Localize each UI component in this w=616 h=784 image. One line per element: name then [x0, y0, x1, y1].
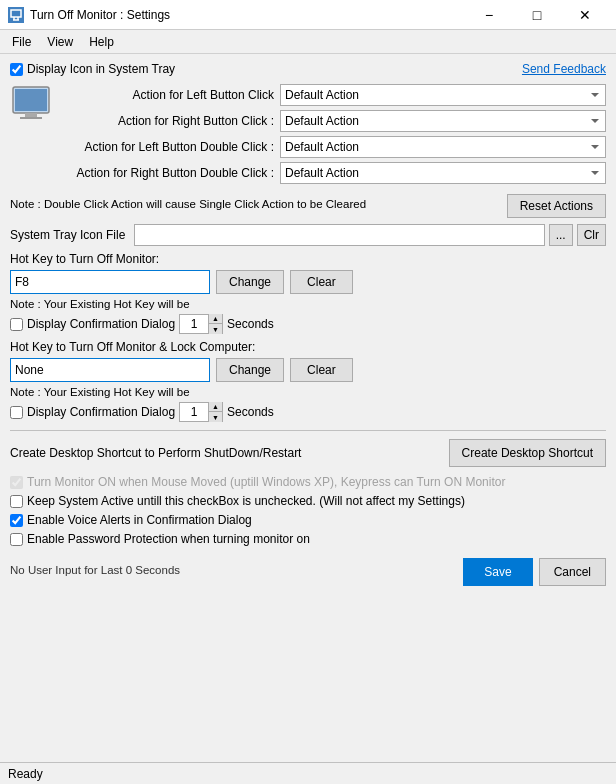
right-double-label: Action for Right Button Double Click :: [60, 166, 280, 180]
icon-actions-section: Action for Left Button Click Default Act…: [10, 84, 606, 188]
hotkey2-input[interactable]: [10, 358, 210, 382]
hotkey2-confirm-row: Display Confirmation Dialog ▲ ▼ Seconds: [10, 402, 606, 422]
tray-icon-input[interactable]: [134, 224, 545, 246]
hotkey1-clear-button[interactable]: Clear: [290, 270, 353, 294]
left-double-row: Action for Left Button Double Click : De…: [60, 136, 606, 158]
top-row: Display Icon in System Tray Send Feedbac…: [10, 62, 606, 76]
menu-help[interactable]: Help: [81, 33, 122, 51]
monitor-icon-graphic: [10, 84, 52, 126]
turn-on-monitor-label: Turn Monitor ON when Mouse Moved (uptill…: [27, 475, 505, 489]
hotkey2-change-button[interactable]: Change: [216, 358, 284, 382]
main-content: Display Icon in System Tray Send Feedbac…: [0, 54, 616, 760]
right-click-row: Action for Right Button Click : Default …: [60, 110, 606, 132]
display-icon-label: Display Icon in System Tray: [27, 62, 175, 76]
app-icon: [8, 7, 24, 23]
window-title: Turn Off Monitor : Settings: [30, 8, 466, 22]
tray-icon-label: System Tray Icon File: [10, 228, 130, 242]
save-cancel-buttons: Save Cancel: [463, 558, 606, 586]
hotkey1-seconds-spinner: ▲ ▼: [179, 314, 223, 334]
hotkey1-note: Note : Your Existing Hot Key will be: [10, 298, 606, 310]
shortcut-row: Create Desktop Shortcut to Perform ShutD…: [10, 439, 606, 467]
menu-file[interactable]: File: [4, 33, 39, 51]
keep-active-checkbox[interactable]: [10, 495, 23, 508]
hotkey1-label: Hot Key to Turn Off Monitor:: [10, 252, 606, 266]
tray-icon-clear-button[interactable]: Clr: [577, 224, 606, 246]
hotkey1-seconds-label: Seconds: [227, 317, 274, 331]
keep-active-label: Keep System Active untill this checkBox …: [27, 494, 465, 508]
hotkey2-confirm-checkbox[interactable]: [10, 406, 23, 419]
left-click-label: Action for Left Button Click: [60, 88, 280, 102]
password-checkbox[interactable]: [10, 533, 23, 546]
hotkey2-section: Hot Key to Turn Off Monitor & Lock Compu…: [10, 340, 606, 422]
hotkey2-note: Note : Your Existing Hot Key will be: [10, 386, 606, 398]
menu-view[interactable]: View: [39, 33, 81, 51]
tray-icon-row: System Tray Icon File ... Clr: [10, 224, 606, 246]
minimize-button[interactable]: −: [466, 0, 512, 30]
right-click-label: Action for Right Button Click :: [60, 114, 280, 128]
right-click-dropdown[interactable]: Default Action: [280, 110, 606, 132]
left-double-dropdown[interactable]: Default Action: [280, 136, 606, 158]
send-feedback-link[interactable]: Send Feedback: [522, 62, 606, 76]
turn-on-monitor-checkbox[interactable]: [10, 476, 23, 489]
hotkey1-change-button[interactable]: Change: [216, 270, 284, 294]
password-label: Enable Password Protection when turning …: [27, 532, 310, 546]
hotkey2-confirm-label: Display Confirmation Dialog: [27, 405, 175, 419]
tray-icon-browse-button[interactable]: ...: [549, 224, 573, 246]
actions-dropdowns: Action for Left Button Click Default Act…: [60, 84, 606, 188]
svg-rect-7: [20, 117, 42, 119]
status-bar: Ready: [0, 762, 616, 784]
shortcut-label: Create Desktop Shortcut to Perform ShutD…: [10, 446, 301, 460]
menu-bar: File View Help: [0, 30, 616, 54]
hotkey1-spinner-down[interactable]: ▼: [208, 324, 222, 334]
reset-actions-button[interactable]: Reset Actions: [507, 194, 606, 218]
hotkey1-spinner-up[interactable]: ▲: [208, 314, 222, 324]
hotkey2-seconds-label: Seconds: [227, 405, 274, 419]
svg-rect-0: [11, 10, 21, 17]
hotkey1-row: Change Clear: [10, 270, 606, 294]
password-row: Enable Password Protection when turning …: [10, 532, 606, 546]
hotkey2-seconds-spinner: ▲ ▼: [179, 402, 223, 422]
hotkey1-confirm-row: Display Confirmation Dialog ▲ ▼ Seconds: [10, 314, 606, 334]
hotkey2-row: Change Clear: [10, 358, 606, 382]
hotkey1-input[interactable]: [10, 270, 210, 294]
window-controls: − □ ✕: [466, 0, 608, 30]
right-double-dropdown[interactable]: Default Action: [280, 162, 606, 184]
title-bar: Turn Off Monitor : Settings − □ ✕: [0, 0, 616, 30]
display-icon-checkbox-label[interactable]: Display Icon in System Tray: [10, 62, 175, 76]
left-click-row: Action for Left Button Click Default Act…: [60, 84, 606, 106]
hotkey1-seconds-input[interactable]: [180, 315, 208, 333]
hotkey2-spinner-down[interactable]: ▼: [208, 412, 222, 422]
hotkey2-spinner-buttons: ▲ ▼: [208, 402, 222, 422]
section-divider: [10, 430, 606, 431]
hotkey2-clear-button[interactable]: Clear: [290, 358, 353, 382]
hotkey2-seconds-input[interactable]: [180, 403, 208, 421]
right-double-row: Action for Right Button Double Click : D…: [60, 162, 606, 184]
display-icon-checkbox[interactable]: [10, 63, 23, 76]
hotkey2-spinner-up[interactable]: ▲: [208, 402, 222, 412]
turn-on-monitor-row: Turn Monitor ON when Mouse Moved (uptill…: [10, 475, 606, 489]
left-double-label: Action for Left Button Double Click :: [60, 140, 280, 154]
left-click-dropdown[interactable]: Default Action: [280, 84, 606, 106]
voice-alerts-label: Enable Voice Alerts in Confirmation Dial…: [27, 513, 252, 527]
no-input-text: No User Input for Last 0 Seconds: [10, 564, 180, 576]
status-text: Ready: [8, 767, 43, 781]
hotkey1-confirm-checkbox[interactable]: [10, 318, 23, 331]
hotkey1-spinner-buttons: ▲ ▼: [208, 314, 222, 334]
hotkey1-section: Hot Key to Turn Off Monitor: Change Clea…: [10, 252, 606, 334]
save-button[interactable]: Save: [463, 558, 532, 586]
reset-row: Note : Double Click Action will cause Si…: [10, 194, 606, 218]
voice-alerts-checkbox[interactable]: [10, 514, 23, 527]
close-button[interactable]: ✕: [562, 0, 608, 30]
keep-active-row: Keep System Active untill this checkBox …: [10, 494, 606, 508]
double-click-note: Note : Double Click Action will cause Si…: [10, 198, 366, 210]
maximize-button[interactable]: □: [514, 0, 560, 30]
svg-rect-6: [25, 113, 37, 117]
create-shortcut-button[interactable]: Create Desktop Shortcut: [449, 439, 606, 467]
hotkey1-confirm-label: Display Confirmation Dialog: [27, 317, 175, 331]
bottom-row: No User Input for Last 0 Seconds Save Ca…: [10, 552, 606, 586]
voice-alerts-row: Enable Voice Alerts in Confirmation Dial…: [10, 513, 606, 527]
cancel-button[interactable]: Cancel: [539, 558, 606, 586]
hotkey2-label: Hot Key to Turn Off Monitor & Lock Compu…: [10, 340, 606, 354]
svg-rect-5: [15, 89, 47, 111]
